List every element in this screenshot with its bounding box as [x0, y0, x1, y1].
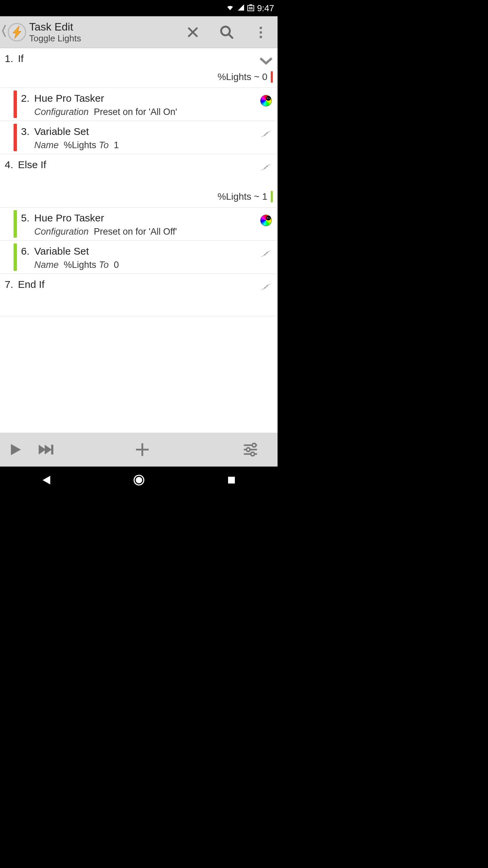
- page-subtitle: Toggle Lights: [29, 33, 81, 44]
- nav-recents-button[interactable]: [221, 475, 242, 485]
- action-detail: Configuration Preset on for 'All On': [34, 107, 257, 117]
- hue-plugin-icon: [259, 94, 273, 107]
- action-title: Variable Set: [34, 245, 257, 257]
- action-title: If: [18, 53, 257, 64]
- wifi-icon: [226, 3, 235, 14]
- bottom-toolbar: [0, 433, 278, 467]
- action-row[interactable]: 1.If%Lights ~ 0: [0, 48, 278, 88]
- action-title: Variable Set: [34, 126, 257, 137]
- back-button[interactable]: [0, 24, 7, 40]
- search-button[interactable]: [210, 25, 244, 40]
- action-number: 5.: [21, 212, 29, 224]
- condition-text: %Lights ~ 0: [0, 71, 278, 87]
- svg-rect-5: [51, 445, 53, 455]
- bolt-icon: [259, 160, 273, 174]
- task-properties-button[interactable]: [223, 441, 278, 458]
- bolt-icon: [259, 127, 273, 141]
- hue-plugin-icon: [259, 214, 273, 227]
- status-bar: 66 9:47: [0, 0, 278, 16]
- condition-marker: [271, 191, 273, 202]
- action-row[interactable]: 5.Hue Pro TaskerConfiguration Preset on …: [0, 208, 278, 241]
- svg-point-10: [136, 477, 142, 484]
- action-number: 4.: [5, 159, 13, 171]
- action-row[interactable]: 4.Else If%Lights ~ 1: [0, 154, 278, 208]
- bolt-icon: [259, 247, 273, 260]
- play-button[interactable]: [0, 442, 30, 457]
- svg-rect-3: [260, 31, 262, 34]
- action-row[interactable]: 7.End If: [0, 274, 278, 316]
- add-action-button[interactable]: [61, 441, 223, 458]
- android-nav-bar: [0, 467, 278, 494]
- svg-point-8: [251, 452, 255, 456]
- action-number: 1.: [5, 53, 13, 64]
- svg-rect-11: [228, 477, 235, 484]
- indent-bar: [14, 124, 17, 151]
- action-title: End If: [18, 279, 257, 290]
- action-row[interactable]: 6.Variable SetName %Lights To 0: [0, 241, 278, 274]
- indent-bar: [14, 243, 17, 271]
- svg-point-7: [246, 448, 250, 452]
- task-action-list[interactable]: 1.If%Lights ~ 02.Hue Pro TaskerConfigura…: [0, 48, 278, 433]
- action-number: 7.: [5, 279, 13, 290]
- svg-rect-4: [260, 36, 262, 38]
- battery-icon: 66: [247, 5, 254, 11]
- indent-bar: [14, 210, 17, 238]
- action-detail: Name %Lights To 1: [34, 140, 257, 151]
- status-time: 9:47: [257, 3, 274, 14]
- condition-text: %Lights ~ 1: [0, 177, 278, 207]
- action-row[interactable]: 2.Hue Pro TaskerConfiguration Preset on …: [0, 88, 278, 121]
- overflow-menu-button[interactable]: [244, 25, 278, 39]
- nav-back-button[interactable]: [36, 474, 57, 486]
- action-row[interactable]: 3.Variable SetName %Lights To 1: [0, 121, 278, 154]
- indent-bar: [14, 91, 17, 118]
- action-title: Else If: [18, 159, 257, 171]
- action-number: 6.: [21, 245, 29, 257]
- action-detail: Configuration Preset on for 'All Off': [34, 226, 257, 237]
- action-detail: Name %Lights To 0: [34, 260, 257, 270]
- app-logo-icon[interactable]: [7, 22, 27, 42]
- action-title: Hue Pro Tasker: [34, 212, 257, 224]
- action-number: 2.: [21, 93, 29, 104]
- nav-home-button[interactable]: [129, 474, 149, 487]
- signal-icon: [237, 3, 245, 14]
- close-button[interactable]: [176, 25, 210, 39]
- svg-point-6: [252, 443, 256, 447]
- condition-marker: [271, 71, 273, 83]
- bolt-icon: [259, 280, 273, 294]
- action-number: 3.: [21, 126, 29, 137]
- app-header: Task Edit Toggle Lights: [0, 16, 278, 48]
- svg-point-1: [221, 26, 230, 35]
- expand-icon: [259, 54, 273, 68]
- page-title: Task Edit: [29, 21, 81, 33]
- action-title: Hue Pro Tasker: [34, 93, 257, 104]
- svg-rect-2: [260, 27, 262, 29]
- step-button[interactable]: [30, 443, 61, 456]
